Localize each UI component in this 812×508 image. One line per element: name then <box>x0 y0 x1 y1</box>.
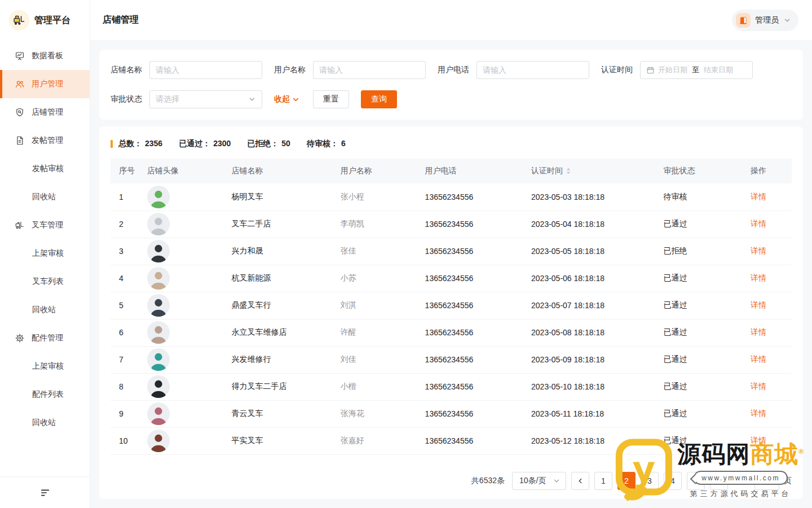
date-range-picker[interactable]: 开始日期 至 结束日期 <box>640 61 753 79</box>
sidebar-item-label: 用户管理 <box>32 79 63 89</box>
users-icon <box>15 79 25 89</box>
sidebar-item-forklift-review[interactable]: 上架审核 <box>0 239 90 268</box>
stat-total: 总数：2356 <box>118 139 162 149</box>
user-avatar <box>736 13 751 28</box>
app-logo: 管理平台 <box>0 0 90 41</box>
sidebar-item-forklift-recycle[interactable]: 回收站 <box>0 296 90 324</box>
sidebar-item-label: 叉车管理 <box>32 220 63 230</box>
collapse-filters-link[interactable]: 收起 <box>274 94 300 104</box>
detail-link[interactable]: 详情 <box>751 382 766 391</box>
detail-link[interactable]: 详情 <box>751 436 766 445</box>
shops-table: 序号 店铺头像 店铺名称 用户名称 用户电话 认证时间 <box>111 159 792 455</box>
table-row: 10 平实叉车 张嘉好 13656234556 2023-05-12 18:18… <box>111 427 792 454</box>
chevron-down-icon <box>783 16 791 24</box>
status-text: 已通过 <box>659 319 746 346</box>
admin-app: 管理平台 数据看板 <box>0 0 812 508</box>
search-button[interactable]: 查询 <box>361 90 397 108</box>
sidebar-item-label: 配件列表 <box>32 389 64 400</box>
shop-avatar <box>147 430 170 452</box>
sidebar-item-label: 发帖审核 <box>32 164 64 174</box>
status-text: 待审核 <box>659 183 746 211</box>
page-size-select[interactable]: 10条/页 <box>512 472 566 490</box>
filter-label: 审批状态 <box>111 94 142 104</box>
stats-marker <box>111 140 113 148</box>
detail-link[interactable]: 详情 <box>751 246 766 255</box>
chevron-down-icon <box>248 95 256 103</box>
detail-link[interactable]: 详情 <box>751 354 766 364</box>
page-button-5[interactable]: 5 <box>687 472 705 490</box>
shop-avatar <box>147 267 170 290</box>
sidebar-item-parts-list[interactable]: 配件列表 <box>0 380 90 409</box>
next-page-button[interactable] <box>710 472 728 490</box>
filter-auth-time: 认证时间 开始日期 至 结束日期 <box>601 61 753 79</box>
shop-avatar <box>147 348 170 371</box>
page-button-2-current[interactable]: 2 <box>617 472 636 490</box>
status-text: 已通过 <box>659 292 746 319</box>
filter-row-1: 店铺名称 用户名称 用户电话 认证时间 <box>111 61 792 79</box>
sidebar-item-label: 叉车列表 <box>32 277 64 287</box>
filter-row-2: 审批状态 请选择 收起 重置 <box>111 90 792 108</box>
status-text: 已通过 <box>659 427 746 454</box>
page-button-3[interactable]: 3 <box>641 472 659 490</box>
table-header-row: 序号 店铺头像 店铺名称 用户名称 用户电话 认证时间 <box>111 159 792 183</box>
sidebar-item-parts-recycle[interactable]: 回收站 <box>0 409 90 437</box>
col-user: 用户名称 <box>336 159 421 183</box>
sidebar-item-post-review[interactable]: 发帖审核 <box>0 155 90 183</box>
user-name-input[interactable] <box>319 65 420 75</box>
sidebar-item-forklift-list[interactable]: 叉车列表 <box>0 268 90 296</box>
user-menu[interactable]: 管理员 <box>732 10 798 31</box>
status-text: 已通过 <box>659 211 746 238</box>
detail-link[interactable]: 详情 <box>751 409 766 418</box>
sidebar-item-user-management[interactable]: 用户管理 <box>0 70 90 98</box>
sidebar-item-parts-review[interactable]: 上架审核 <box>0 352 90 380</box>
sidebar-item-label: 回收站 <box>32 418 56 428</box>
gear-icon <box>15 333 25 343</box>
sidebar-item-data-dashboard[interactable]: 数据看板 <box>0 42 90 70</box>
sidebar-item-forklift-management[interactable]: 叉车管理 <box>0 211 90 239</box>
sidebar-item-post-management[interactable]: 发帖管理 <box>0 126 90 155</box>
filter-approve-status: 审批状态 请选择 <box>111 90 262 108</box>
prev-page-button[interactable] <box>571 472 589 490</box>
main-area: 店铺管理 管理员 店铺名 <box>90 0 812 508</box>
detail-link[interactable]: 详情 <box>751 192 766 201</box>
shop-avatar <box>147 240 170 262</box>
user-phone-input[interactable] <box>483 65 583 75</box>
detail-link[interactable]: 详情 <box>751 300 766 309</box>
table-row: 6 永立叉车维修店 许醒 13656234556 2023-05-08 18:1… <box>111 319 792 346</box>
page-button-1[interactable]: 1 <box>594 472 612 490</box>
page-jump-input[interactable] <box>754 472 779 490</box>
detail-link[interactable]: 详情 <box>751 273 766 282</box>
table-row: 5 鼎盛叉车行 刘淇 13656234556 2023-05-07 18:18:… <box>111 292 792 319</box>
forklift-icon <box>15 220 25 230</box>
sidebar-item-shop-management[interactable]: 店铺管理 <box>0 98 90 126</box>
detail-link[interactable]: 详情 <box>751 219 766 228</box>
date-separator: 至 <box>692 65 699 75</box>
shop-name-input[interactable] <box>156 65 256 75</box>
sidebar-footer <box>0 476 90 508</box>
sort-auth-time[interactable]: 认证时间 <box>531 166 571 176</box>
page-button-4[interactable]: 4 <box>664 472 682 490</box>
filter-label: 认证时间 <box>601 65 633 75</box>
col-phone: 用户电话 <box>421 159 527 183</box>
filter-label: 用户电话 <box>438 65 469 75</box>
menu-collapse-icon[interactable] <box>37 485 53 501</box>
chevron-left-icon <box>576 477 584 485</box>
approve-status-select[interactable]: 请选择 <box>149 90 262 108</box>
col-avatar: 店铺头像 <box>143 159 227 183</box>
app-title: 管理平台 <box>34 15 70 27</box>
pagination-total: 共6532条 <box>471 476 505 486</box>
pagination: 共6532条 10条/页 1 2 3 4 5 <box>111 463 792 490</box>
reset-button[interactable]: 重置 <box>313 90 349 108</box>
shop-avatar <box>147 375 170 398</box>
end-date-placeholder: 结束日期 <box>704 65 733 75</box>
sidebar-item-parts-management[interactable]: 配件管理 <box>0 324 90 352</box>
filter-user-name: 用户名称 <box>274 61 426 79</box>
col-status: 审批状态 <box>659 159 746 183</box>
detail-link[interactable]: 详情 <box>751 327 766 336</box>
sidebar-item-post-recycle[interactable]: 回收站 <box>0 183 90 211</box>
start-date-placeholder: 开始日期 <box>658 65 687 75</box>
page-jump: 前往 页 <box>734 472 792 490</box>
table-row: 8 得力叉车二手店 小楷 13656234556 2023-05-10 18:1… <box>111 373 792 400</box>
col-shop: 店铺名称 <box>227 159 336 183</box>
topbar: 店铺管理 管理员 <box>90 0 812 41</box>
